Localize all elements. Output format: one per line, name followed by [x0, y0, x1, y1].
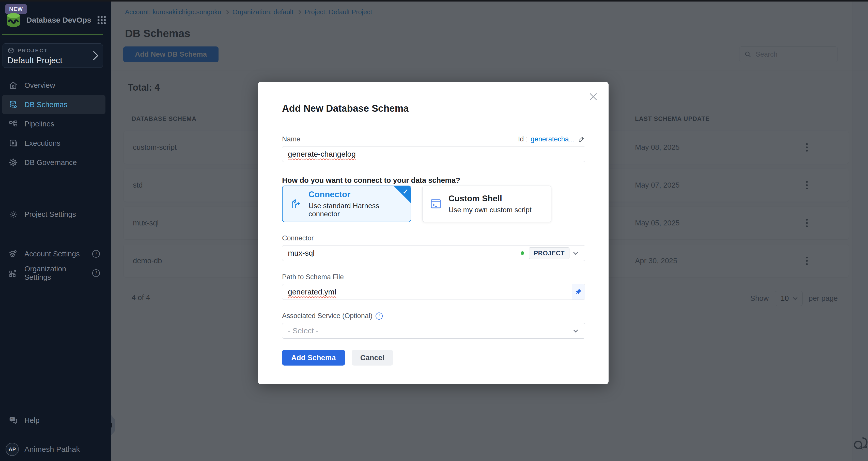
avatar: AP — [6, 443, 19, 456]
sidebar-item-label: Overview — [24, 81, 55, 90]
service-label: Associated Service (Optional) — [282, 312, 373, 320]
sidebar-item-pipelines[interactable]: Pipelines — [2, 114, 105, 134]
sidebar-item-project-settings[interactable]: Project Settings — [2, 205, 105, 224]
sidebar-item-label: Account Settings — [24, 250, 80, 258]
add-schema-button[interactable]: Add Schema — [282, 350, 345, 366]
option-title: Custom Shell — [448, 194, 502, 203]
gear-icon — [9, 210, 18, 219]
help-chat-icon: ? — [9, 416, 18, 425]
database-devops-logo-icon — [6, 12, 21, 28]
sidebar-item-label: DB Schemas — [24, 101, 67, 109]
service-placeholder: - Select - — [288, 326, 318, 335]
info-icon[interactable]: i — [92, 269, 100, 277]
check-icon: ✓ — [402, 188, 408, 196]
name-value: generate-changelog — [288, 150, 356, 158]
governance-gear-icon — [9, 158, 18, 167]
project-name: Default Project — [7, 56, 98, 65]
app-title: Database DevOps — [26, 16, 91, 24]
module-grid-icon[interactable] — [96, 15, 107, 25]
sidebar-item-label: DB Governance — [24, 158, 77, 167]
connector-select[interactable]: mux-sql PROJECT — [282, 245, 585, 261]
sidebar-item-db-schemas[interactable]: DB Schemas — [2, 95, 105, 114]
sidebar-item-organization-settings[interactable]: Organization Settings i — [2, 264, 105, 283]
svg-text:?: ? — [11, 417, 13, 421]
connector-arrows-icon — [290, 198, 302, 210]
modal-title: Add New Database Schema — [282, 103, 585, 114]
option-subtitle: Use my own custom script — [448, 206, 532, 214]
path-value: generated.yml — [288, 288, 336, 296]
info-icon[interactable]: i — [376, 312, 383, 320]
chevron-down-icon — [573, 328, 578, 332]
sidebar-item-label: Organization Settings — [24, 265, 86, 282]
sidebar-item-executions[interactable]: Executions — [2, 134, 105, 153]
home-icon — [9, 81, 18, 90]
add-schema-modal: Add New Database Schema Name Id : genera… — [258, 82, 609, 384]
sidebar-item-db-governance[interactable]: DB Governance — [2, 153, 105, 172]
pipelines-icon — [9, 119, 18, 128]
connector-value: mux-sql — [288, 249, 315, 257]
chevron-down-icon[interactable] — [573, 250, 578, 255]
pushpin-icon — [575, 288, 582, 296]
sidebar: NEW Database DevOps — [0, 2, 111, 461]
option-card-custom-shell[interactable]: Custom Shell Use my own custom script — [422, 186, 551, 222]
project-label: PROJECT — [18, 47, 48, 54]
sidebar-item-account-settings[interactable]: Account Settings i — [2, 244, 105, 264]
sidebar-divider — [2, 235, 103, 235]
sidebar-divider — [2, 195, 103, 195]
sidebar-item-label: Project Settings — [24, 210, 76, 219]
sidebar-item-help[interactable]: ? Help — [2, 411, 105, 430]
path-input[interactable]: generated.yml — [282, 284, 585, 300]
terminal-icon — [430, 198, 442, 210]
sidebar-item-label: Pipelines — [24, 120, 54, 128]
sidebar-item-overview[interactable]: Overview — [2, 76, 105, 95]
user-name: Animesh Pathak — [24, 445, 80, 454]
db-schema-icon — [9, 100, 18, 109]
status-dot-icon — [521, 251, 524, 255]
browser-top-edge — [0, 0, 868, 2]
user-profile[interactable]: AP Animesh Pathak — [6, 443, 105, 456]
option-title: Connector — [308, 190, 350, 199]
connect-question: How do you want to connect to your data … — [282, 176, 585, 185]
project-selector[interactable]: PROJECT Default Project — [3, 43, 103, 68]
executions-icon — [9, 139, 18, 148]
connector-label: Connector — [282, 234, 585, 242]
name-input[interactable]: generate-changelog — [282, 146, 585, 162]
option-card-connector[interactable]: ✓ Connector Use standard Harness connect… — [282, 186, 411, 222]
option-subtitle: Use standard Harness connector — [308, 202, 411, 218]
project-cube-icon — [7, 47, 14, 54]
id-value-link[interactable]: generatecha... — [531, 135, 575, 143]
app-window: NEW Database DevOps — [0, 0, 868, 461]
sidebar-item-label: Help — [24, 416, 40, 425]
sidebar-item-label: Executions — [24, 139, 60, 147]
path-label: Path to Schema File — [282, 273, 585, 281]
info-icon[interactable]: i — [92, 250, 100, 258]
service-select[interactable]: - Select - — [282, 323, 585, 339]
pin-button[interactable] — [572, 284, 585, 300]
id-prefix: Id : — [518, 135, 528, 143]
layers-gear-icon — [9, 249, 18, 258]
org-chart-icon — [9, 269, 18, 278]
edit-pencil-icon[interactable] — [578, 136, 585, 143]
cancel-button[interactable]: Cancel — [352, 350, 393, 366]
brand-divider — [2, 34, 103, 35]
close-icon[interactable] — [586, 91, 597, 102]
name-label: Name — [282, 135, 300, 143]
scope-badge: PROJECT — [529, 247, 569, 259]
